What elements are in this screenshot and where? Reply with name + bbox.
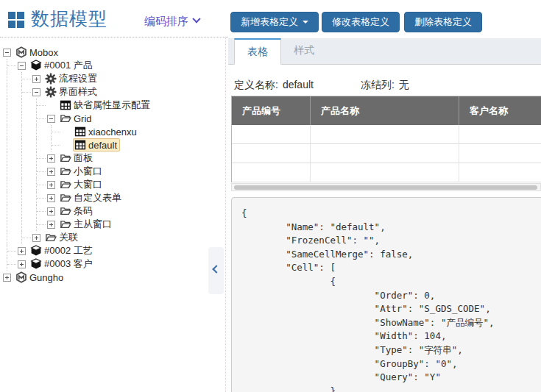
sort-order-dropdown[interactable]: 编码排序 <box>144 15 199 29</box>
tree-expander-toggle[interactable] <box>18 62 26 70</box>
table-definition-button[interactable]: 新增表格定义 <box>230 12 319 32</box>
tree-guide-line <box>7 165 7 178</box>
tree-expander-toggle[interactable] <box>18 247 26 255</box>
app-header: 数据模型 编码排序 新增表格定义修改表格定义删除表格定义 <box>0 0 541 38</box>
tree-expander-toggle[interactable] <box>18 260 26 268</box>
tree-item[interactable]: Gungho <box>0 271 226 284</box>
tree-guide-line <box>7 99 7 112</box>
cube-icon <box>30 60 42 71</box>
tree-item[interactable]: 界面样式 <box>0 85 226 99</box>
tree-item[interactable]: 主从窗口 <box>0 218 226 231</box>
tree-expander-toggle[interactable] <box>3 274 11 282</box>
horizontal-scrollbar[interactable] <box>231 183 541 191</box>
column-header[interactable]: 产品名称 <box>311 96 459 125</box>
tree-item-label: #0001 产品 <box>44 59 93 72</box>
table-icon <box>60 99 71 111</box>
tree-item[interactable]: 大窗口 <box>0 178 226 191</box>
tree-item-label: 条码 <box>74 204 93 218</box>
model-tree-panel: Mobox #0001 产品 流程设置 界面样式 缺省属性显示配置 Grid <box>0 38 226 392</box>
tree-guide-line <box>37 171 46 172</box>
table-cell <box>232 125 311 143</box>
tree-guide-line <box>7 85 7 99</box>
cube-icon <box>30 245 42 257</box>
tree-guide-line <box>7 204 7 218</box>
tree-item[interactable]: 缺省属性显示配置 <box>0 99 226 112</box>
tree-item[interactable]: #0003 客户 <box>0 257 226 271</box>
collapse-panel-button[interactable] <box>208 247 224 294</box>
tree-expander-toggle[interactable] <box>3 49 11 57</box>
tree-expander-toggle[interactable] <box>47 181 55 189</box>
tree-item[interactable]: xiaochenxu <box>0 125 226 138</box>
tree-guide-line <box>7 72 7 85</box>
tree-guide-line <box>36 138 37 152</box>
tree-item-label: 主从窗口 <box>74 218 112 231</box>
tree-expander-toggle <box>62 141 70 149</box>
tree-expander-toggle <box>62 128 70 136</box>
tree-item-label: Mobox <box>29 47 58 58</box>
app-logo-grid-icon <box>8 12 25 29</box>
tree-guide-line <box>37 118 46 119</box>
tree-expander-toggle[interactable] <box>47 207 55 215</box>
tree-guide-line <box>37 224 46 225</box>
tree-item[interactable]: Mobox <box>0 46 226 59</box>
scrollbar-thumb[interactable] <box>234 185 537 190</box>
tree-guide-line <box>37 158 46 159</box>
caret-down-icon <box>303 21 308 24</box>
folder-icon <box>60 179 71 190</box>
tree-item[interactable]: 面板 <box>0 152 226 165</box>
tree-expander-toggle[interactable] <box>47 168 55 176</box>
tree-item[interactable]: 条码 <box>0 204 226 218</box>
table-cell <box>459 125 541 143</box>
tree-guide-line <box>21 99 22 112</box>
tree-guide-line <box>21 125 22 138</box>
table-row <box>232 125 541 144</box>
definition-info-row: 定义名称:default冻结列:无 <box>234 79 409 92</box>
column-header[interactable]: 客户名称 <box>459 96 541 125</box>
tree-item[interactable]: Grid <box>0 112 226 125</box>
tree-guide-line <box>21 178 22 191</box>
table-cell <box>232 163 311 182</box>
tree-item-label: 流程设置 <box>59 72 97 85</box>
tree-expander-toggle[interactable] <box>47 115 55 123</box>
page-title: 数据模型 <box>31 7 107 31</box>
folder-icon <box>45 232 57 243</box>
tree-guide-line <box>7 191 7 204</box>
tree-expander-toggle[interactable] <box>32 75 40 83</box>
tree-guide-line <box>36 125 37 138</box>
table-cell <box>232 144 311 163</box>
tree-guide-line <box>52 145 60 146</box>
tree-item-selected[interactable]: default <box>0 138 226 152</box>
tab-strip: 表格样式 <box>228 38 541 65</box>
table-cell <box>311 125 459 143</box>
table-definition-button[interactable]: 修改表格定义 <box>322 12 400 32</box>
mobox-logo-icon <box>15 271 27 283</box>
panel-splitter[interactable] <box>225 38 226 392</box>
column-header[interactable]: 产品编号 <box>232 96 311 125</box>
tab-inactive[interactable]: 样式 <box>281 38 327 65</box>
tree-guide-line <box>21 218 22 231</box>
tree-item[interactable]: 流程设置 <box>0 72 226 85</box>
cube-icon <box>30 258 42 270</box>
definition-json-code: { "Name": "default", "FrozenCell": "", "… <box>241 207 541 392</box>
mobox-logo-icon <box>15 46 27 58</box>
frozen-column-value: 无 <box>399 79 409 90</box>
tab-active[interactable]: 表格 <box>234 38 281 65</box>
tree-guide-line <box>37 211 46 212</box>
tree-expander-toggle[interactable] <box>47 194 55 202</box>
tree-expander-toggle[interactable] <box>47 221 55 229</box>
tree-guide-line <box>7 65 16 66</box>
tree-expander-toggle[interactable] <box>47 154 55 163</box>
tree-item[interactable]: #0002 工艺 <box>0 244 226 257</box>
definition-json-panel: { "Name": "default", "FrozenCell": "", "… <box>231 197 541 392</box>
tree-item-label: Grid <box>74 113 92 124</box>
tree-expander-toggle[interactable] <box>32 234 40 242</box>
tree-item[interactable]: 关联 <box>0 231 226 244</box>
table-icon <box>74 126 86 138</box>
tree-expander-toggle[interactable] <box>32 88 40 96</box>
tree-guide-line <box>7 218 7 231</box>
tree-item[interactable]: 小窗口 <box>0 165 226 178</box>
tree-item[interactable]: 自定义表单 <box>0 191 226 204</box>
table-definition-button[interactable]: 删除表格定义 <box>404 12 482 32</box>
tree-item[interactable]: #0001 产品 <box>0 59 226 72</box>
folder-icon <box>60 152 71 164</box>
